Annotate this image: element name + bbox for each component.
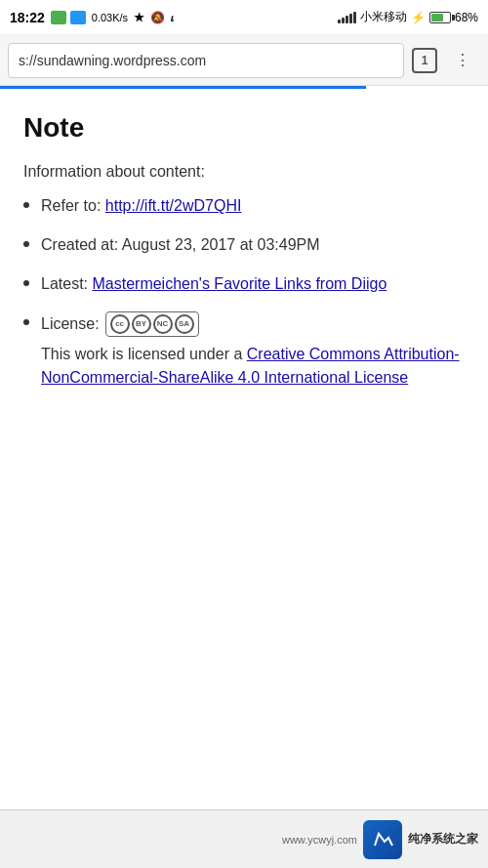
url-bar[interactable]: s://sundawning.wordpress.com <box>8 43 404 78</box>
carrier: 小米移动 <box>360 9 407 25</box>
bullet-dot <box>23 241 29 247</box>
main-content: Note Information about content: Refer to… <box>0 89 488 809</box>
bullet-list: Refer to: http://ift.tt/2wD7QHI Created … <box>23 194 465 390</box>
sa-symbol: SA <box>175 314 194 334</box>
bluetooth-icon: ★ <box>134 11 144 24</box>
mute-icon: 🔕 <box>150 11 165 24</box>
refer-link[interactable]: http://ift.tt/2wD7QHI <box>105 197 242 214</box>
icon-box-1 <box>51 11 66 24</box>
status-bar: 18:22 0.03K/s ★ 🔕 𝜄 小米移动 ⚡ 68% <box>0 0 488 35</box>
signal-bars <box>338 12 356 23</box>
battery-percent: 68% <box>455 11 478 24</box>
by-symbol: BY <box>132 314 151 334</box>
latest-link[interactable]: Mastermeichen's Favorite Links from Diig… <box>92 275 386 292</box>
list-item: Refer to: http://ift.tt/2wD7QHI <box>23 194 465 218</box>
watermark-icon <box>363 820 402 859</box>
bullet-text: Refer to: http://ift.tt/2wD7QHI <box>41 194 465 218</box>
list-item: License: cc BY NC SA This work is licens… <box>23 311 465 390</box>
charging-icon: ⚡ <box>411 11 426 24</box>
bottom-bar: www.ycwyj.com 纯净系统之家 <box>0 809 488 868</box>
bullet-dot <box>23 319 29 325</box>
bullet-text: Latest: Mastermeichen's Favorite Links f… <box>41 272 465 296</box>
license-prefix: License: <box>41 312 100 336</box>
info-label: Information about content: <box>23 163 465 181</box>
bullet-dot <box>23 202 29 208</box>
watermark-text: 纯净系统之家 <box>408 831 478 847</box>
network-speed: 0.03K/s <box>92 12 128 23</box>
watermark-url: www.ycwyj.com <box>282 834 357 846</box>
refer-prefix: Refer to: <box>41 197 105 214</box>
time: 18:22 <box>10 10 45 25</box>
watermark-label: 纯净系统之家 <box>408 831 478 847</box>
browser-bar: s://sundawning.wordpress.com 1 ⋮ <box>0 35 488 86</box>
battery-icon <box>429 12 451 23</box>
license-intro: This work is licensed under a <box>41 346 242 362</box>
icon-box-2 <box>70 11 86 24</box>
list-item: Created at: August 23, 2017 at 03:49PM <box>23 233 465 257</box>
bullet-text: Created at: August 23, 2017 at 03:49PM <box>41 233 465 257</box>
latest-prefix: Latest: <box>41 275 92 292</box>
watermark: www.ycwyj.com 纯净系统之家 <box>282 820 478 859</box>
tab-count: 1 <box>422 54 428 67</box>
more-options-button[interactable]: ⋮ <box>445 43 480 78</box>
status-icons <box>51 11 86 24</box>
wifi-icon: 𝜄 <box>171 11 174 24</box>
tab-count-button[interactable]: 1 <box>412 48 437 73</box>
license-description: This work is licensed under a Creative C… <box>41 343 465 390</box>
license-line: License: cc BY NC SA <box>41 311 465 337</box>
status-left: 18:22 0.03K/s ★ 🔕 𝜄 <box>10 10 174 25</box>
bullet-dot <box>23 280 29 286</box>
nc-symbol: NC <box>153 314 173 334</box>
list-item: Latest: Mastermeichen's Favorite Links f… <box>23 272 465 296</box>
page-title: Note <box>23 112 465 144</box>
cc-symbol: cc <box>110 314 130 334</box>
cc-license-badge: cc BY NC SA <box>105 311 199 337</box>
license-block-container: License: cc BY NC SA This work is licens… <box>41 311 465 390</box>
url-text: s://sundawning.wordpress.com <box>19 53 206 68</box>
status-right: 小米移动 ⚡ 68% <box>338 9 478 25</box>
